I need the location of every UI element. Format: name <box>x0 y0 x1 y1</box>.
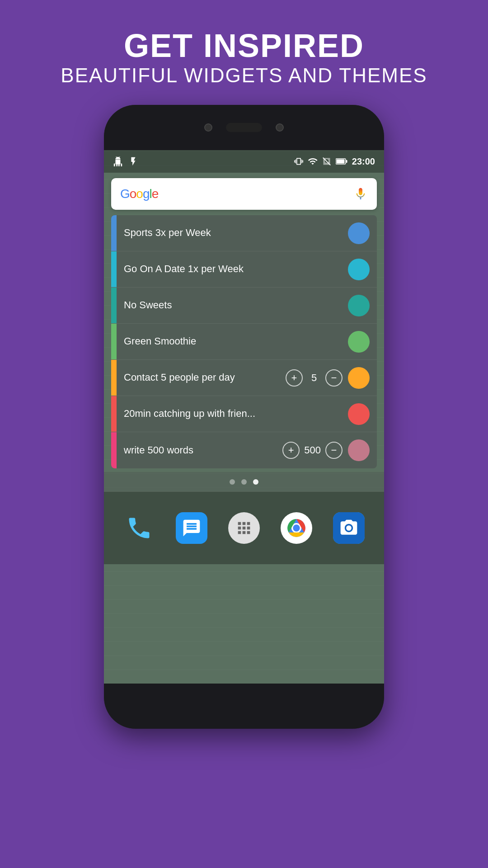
habit-circle-0[interactable] <box>348 222 370 244</box>
habit-color-bar-0 <box>111 215 117 251</box>
header-title: GET INSPIRED <box>61 27 427 64</box>
app-dock <box>104 492 384 564</box>
header-section: GET INSPIRED BEAUTIFUL WIDGETS AND THEME… <box>61 27 427 87</box>
habit-count-4: 5 <box>307 372 321 384</box>
habit-color-bar-4 <box>111 360 117 396</box>
habit-circle-5[interactable] <box>348 403 370 425</box>
habit-label-0: Sports 3x per Week <box>124 226 348 240</box>
habit-plus-btn-4[interactable]: + <box>286 369 303 387</box>
habit-label-6: write 500 words <box>124 444 282 457</box>
habit-color-bar-6 <box>111 432 117 468</box>
vibrate-icon <box>294 157 303 166</box>
habit-controls-4: +5− <box>286 369 343 387</box>
earpiece-speaker <box>226 123 262 132</box>
dock-icon-camera[interactable] <box>331 510 367 546</box>
habit-minus-btn-4[interactable]: − <box>325 369 343 387</box>
habit-item-6[interactable]: write 500 words+500− <box>111 432 377 468</box>
page-dot-0[interactable] <box>230 479 235 485</box>
phone-screen: 23:00 Google Sports 3x per <box>104 150 384 684</box>
page-dot-2[interactable] <box>253 479 258 485</box>
page-dot-indicator <box>104 472 384 492</box>
google-search-bar[interactable]: Google <box>111 178 377 210</box>
status-time: 23:00 <box>352 156 375 167</box>
habit-circle-4[interactable] <box>348 367 370 389</box>
mic-icon[interactable] <box>353 187 368 201</box>
habit-label-4: Contact 5 people per day <box>124 371 286 384</box>
sensor <box>276 123 284 132</box>
habit-item-0[interactable]: Sports 3x per Week <box>111 215 377 251</box>
habit-color-bar-1 <box>111 251 117 287</box>
flash-icon <box>128 156 138 166</box>
habit-circle-6[interactable] <box>348 439 370 461</box>
google-logo: Google <box>120 187 158 201</box>
battery-icon <box>336 157 347 166</box>
habit-label-5: 20min catching up with frien... <box>124 407 348 420</box>
front-camera <box>204 123 212 132</box>
habit-item-4[interactable]: Contact 5 people per day+5− <box>111 360 377 396</box>
status-bar-left <box>113 156 138 166</box>
phone-bottom-bezel <box>104 684 384 729</box>
habit-item-1[interactable]: Go On A Date 1x per Week <box>111 251 377 288</box>
android-icon <box>113 156 123 166</box>
habit-item-2[interactable]: No Sweets <box>111 288 377 324</box>
dock-icon-phone[interactable] <box>121 510 157 546</box>
phone-top-bezel <box>104 105 384 150</box>
habit-controls-6: +500− <box>282 442 343 459</box>
habit-label-1: Go On A Date 1x per Week <box>124 263 348 276</box>
habit-label-2: No Sweets <box>124 299 348 312</box>
phone-frame: 23:00 Google Sports 3x per <box>104 105 384 729</box>
habit-minus-btn-6[interactable]: − <box>325 442 343 459</box>
dock-icon-chrome[interactable] <box>278 510 314 546</box>
status-bar: 23:00 <box>104 150 384 173</box>
habit-item-3[interactable]: Green Smoothie <box>111 324 377 360</box>
dock-icon-app-drawer[interactable] <box>226 510 262 546</box>
header-subtitle: BEAUTIFUL WIDGETS AND THEMES <box>61 64 427 87</box>
svg-rect-2 <box>336 160 344 164</box>
habit-circle-2[interactable] <box>348 295 370 316</box>
habit-plus-btn-6[interactable]: + <box>282 442 300 459</box>
habit-color-bar-3 <box>111 324 117 359</box>
habit-circle-1[interactable] <box>348 259 370 280</box>
status-bar-right: 23:00 <box>294 156 375 167</box>
habit-color-bar-5 <box>111 396 117 432</box>
wifi-icon <box>308 156 318 166</box>
svg-point-7 <box>293 524 300 531</box>
dock-icon-messages[interactable] <box>174 510 210 546</box>
habit-item-5[interactable]: 20min catching up with frien... <box>111 396 377 432</box>
habit-circle-3[interactable] <box>348 331 370 353</box>
sim-icon <box>322 157 331 166</box>
habit-label-3: Green Smoothie <box>124 335 348 348</box>
svg-rect-1 <box>346 160 347 163</box>
habit-count-6: 500 <box>304 444 321 456</box>
habits-widget: Sports 3x per WeekGo On A Date 1x per We… <box>111 215 377 468</box>
page-dot-1[interactable] <box>241 479 247 485</box>
habit-color-bar-2 <box>111 288 117 323</box>
